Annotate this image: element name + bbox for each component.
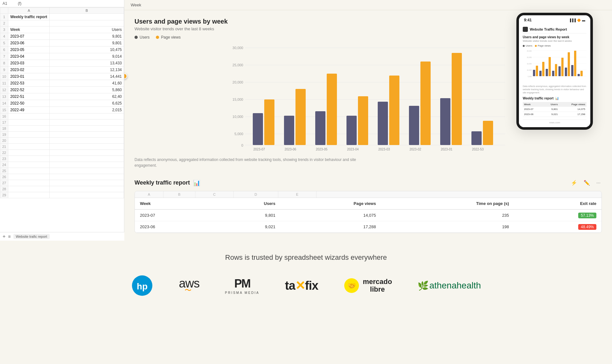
spreadsheet-row[interactable]: 2 [0, 20, 124, 26]
cell-b[interactable]: 9,801 [50, 40, 124, 47]
cell-b[interactable] [50, 192, 124, 198]
spreadsheet-row[interactable]: 52023-069,801 [0, 40, 124, 47]
cell-b[interactable] [50, 180, 124, 186]
cell-a[interactable] [8, 113, 50, 120]
spreadsheet-row[interactable]: 28 [0, 186, 124, 192]
phone-legend-users: Users [523, 44, 532, 47]
cell-a[interactable] [8, 132, 50, 138]
cell-a[interactable]: Weekly traffic report [8, 14, 50, 20]
spreadsheet-row[interactable]: 152022-492,015 [0, 107, 124, 113]
cell-b[interactable] [50, 156, 124, 162]
row-number: 13 [0, 93, 8, 100]
spreadsheet-row[interactable]: 132022-5162,40 [0, 93, 124, 100]
content-panel: Week Users and page views by week Websit… [124, 0, 612, 241]
cell-a[interactable]: 2023-04 [8, 53, 50, 60]
cell-b[interactable]: 14,441 [50, 73, 124, 80]
cell-a[interactable]: 2023-05 [8, 47, 50, 53]
spreadsheet-row[interactable]: 3WeekUsers [0, 26, 124, 33]
cell-b[interactable] [50, 126, 124, 132]
svg-rect-29 [409, 106, 419, 145]
sheet-list-icon[interactable]: ≡ [8, 234, 11, 239]
cell-a[interactable]: 2023-03 [8, 60, 50, 67]
cell-a[interactable] [8, 162, 50, 168]
cell-b[interactable] [50, 138, 124, 144]
cell-b[interactable]: 12,134 [50, 67, 124, 73]
cell-a[interactable]: 2023-01 [8, 73, 50, 80]
spreadsheet-row[interactable]: 82023-0313,433 [0, 60, 124, 67]
spreadsheet-row[interactable]: 42023-079,801 [0, 33, 124, 40]
phone-legend-pageviews-label: Page views [538, 44, 551, 47]
cell-b[interactable]: 41,60 [50, 80, 124, 87]
cell-b[interactable] [50, 150, 124, 156]
cell-a[interactable] [8, 126, 50, 132]
cell-b[interactable]: 10,475 [50, 47, 124, 53]
cell-a[interactable]: 2023-07 [8, 33, 50, 40]
cell-a[interactable] [8, 186, 50, 192]
cell-b[interactable] [50, 162, 124, 168]
cell-b[interactable] [50, 113, 124, 120]
add-sheet-button[interactable]: + [3, 234, 5, 239]
cell-b[interactable]: 9,014 [50, 53, 124, 60]
spreadsheet-row[interactable]: 29 [0, 192, 124, 198]
spreadsheet-row[interactable]: 22 [0, 150, 124, 156]
cell-a[interactable] [8, 180, 50, 186]
spreadsheet-row[interactable]: 23 [0, 156, 124, 162]
spreadsheet-row[interactable]: 62023-0510,475 [0, 47, 124, 53]
row-number: 7 [0, 53, 8, 60]
cell-b[interactable] [50, 132, 124, 138]
cell-a[interactable]: 2022-50 [8, 100, 50, 107]
spreadsheet-row[interactable]: 102023-0114,441 [0, 73, 124, 80]
cell-a[interactable] [8, 144, 50, 150]
cell-a[interactable]: 2022-53 [8, 80, 50, 87]
cell-a[interactable]: 2023-06 [8, 40, 50, 47]
spreadsheet-row[interactable]: 122022-525,860 [0, 87, 124, 93]
spreadsheet-row[interactable]: 17 [0, 120, 124, 126]
cell-b[interactable] [50, 120, 124, 126]
spreadsheet-row[interactable]: 142022-506,625 [0, 100, 124, 107]
cell-a[interactable]: 2022-49 [8, 107, 50, 113]
cell-a[interactable]: 2022-51 [8, 93, 50, 100]
spreadsheet-row[interactable]: 16 [0, 113, 124, 120]
spreadsheet-row[interactable]: 20 [0, 138, 124, 144]
spreadsheet-row[interactable]: 24 [0, 162, 124, 168]
cell-b[interactable]: 13,433 [50, 60, 124, 67]
svg-rect-56 [558, 66, 561, 76]
cell-a[interactable] [8, 156, 50, 162]
cell-b[interactable] [50, 14, 124, 20]
edit-button[interactable]: ✏️ [582, 178, 591, 187]
cell-b[interactable]: Users [50, 26, 124, 33]
cell-a[interactable]: Week [8, 26, 50, 33]
spreadsheet-row[interactable]: 1Weekly traffic report [0, 14, 124, 20]
spreadsheet-row[interactable]: 92023-0212,134 [0, 67, 124, 73]
cell-b[interactable] [50, 20, 124, 26]
cell-b[interactable] [50, 168, 124, 174]
spreadsheet-row[interactable]: 18 [0, 126, 124, 132]
cell-b[interactable]: 62,40 [50, 93, 124, 100]
spreadsheet-row[interactable]: 19 [0, 132, 124, 138]
cell-a[interactable]: 2022-52 [8, 87, 50, 93]
cell-a[interactable] [8, 20, 50, 26]
spreadsheet-row[interactable]: 27 [0, 180, 124, 186]
cell-b[interactable]: 6,625 [50, 100, 124, 107]
cell-b[interactable] [50, 186, 124, 192]
cell-b[interactable]: 2,015 [50, 107, 124, 113]
cell-b[interactable]: 9,801 [50, 33, 124, 40]
cell-b[interactable] [50, 144, 124, 150]
cell-a[interactable] [8, 192, 50, 198]
spreadsheet-row[interactable]: 21 [0, 144, 124, 150]
more-button[interactable]: ··· [595, 179, 602, 187]
cell-a[interactable] [8, 150, 50, 156]
spreadsheet-row[interactable]: 26 [0, 174, 124, 180]
filter-button[interactable]: ⚡ [570, 178, 579, 187]
cell-a[interactable] [8, 120, 50, 126]
spreadsheet-row[interactable]: 25 [0, 168, 124, 174]
spreadsheet-row[interactable]: 112022-5341,60 [0, 80, 124, 87]
cell-a[interactable]: 2023-02 [8, 67, 50, 73]
cell-a[interactable] [8, 138, 50, 144]
cell-b[interactable] [50, 174, 124, 180]
cell-a[interactable] [8, 174, 50, 180]
active-sheet-tab[interactable]: Website trafic report [13, 234, 50, 239]
cell-a[interactable] [8, 168, 50, 174]
cell-b[interactable]: 5,860 [50, 87, 124, 93]
spreadsheet-row[interactable]: 72023-049,014 [0, 53, 124, 60]
